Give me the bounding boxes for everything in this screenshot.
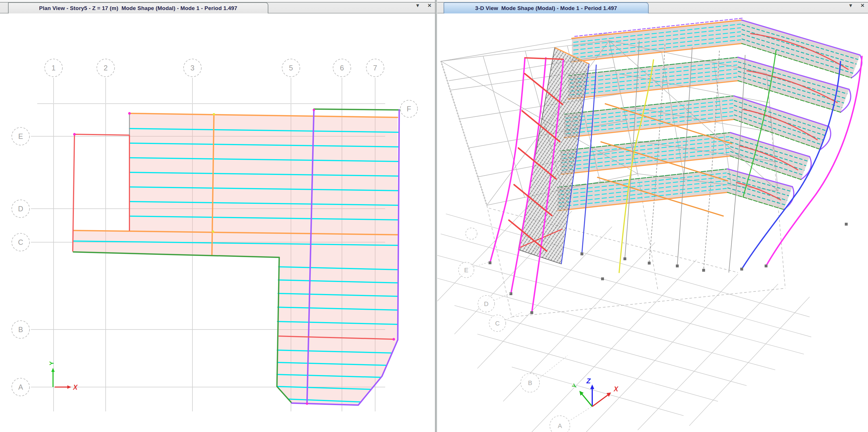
threed-y-axis-label: Y xyxy=(570,382,578,390)
grid-label-B: B xyxy=(18,326,23,334)
chevron-down-icon[interactable]: ▼ xyxy=(848,3,853,8)
plan-x-axis-label: X xyxy=(72,383,78,391)
grid-label-F: F xyxy=(407,105,411,113)
threed-view-tab[interactable]: 3-D View Mode Shape (Modal) - Mode 1 - P… xyxy=(443,2,649,13)
bubble-label-B: B xyxy=(528,379,532,387)
threed-x-axis-label: X xyxy=(613,385,619,393)
close-icon[interactable]: ✕ xyxy=(428,3,432,8)
threed-view-pane: 3-D View Mode Shape (Modal) - Mode 1 - P… xyxy=(437,0,868,432)
grid-label-7: 7 xyxy=(373,64,377,72)
grid-label-1: 1 xyxy=(52,64,56,72)
grid-label-D: D xyxy=(18,205,23,213)
grid-label-5: 5 xyxy=(289,64,293,72)
threed-view-body: E D C B A Z Y X xyxy=(437,13,868,432)
plan-y-axis-label: Y xyxy=(48,361,55,365)
bubble-label-C: C xyxy=(495,320,500,327)
threed-axis-origin: Z Y X xyxy=(570,377,619,406)
grid-label-6: 6 xyxy=(340,64,344,72)
plan-view-pane: Plan View - Story5 - Z = 17 (m) Mode Sha… xyxy=(0,0,435,432)
grid-label-E: E xyxy=(18,132,23,140)
plan-axis-origin: Y X xyxy=(48,361,78,391)
plan-view-title: Plan View - Story5 - Z = 17 (m) Mode Sha… xyxy=(39,5,238,11)
threed-view-canvas[interactable]: E D C B A Z Y X xyxy=(437,13,868,432)
bubble-label-D: D xyxy=(484,300,489,307)
grid-label-A: A xyxy=(18,383,23,391)
chevron-down-icon[interactable]: ▼ xyxy=(415,3,420,8)
etabs-window: Plan View - Story5 - Z = 17 (m) Mode Sha… xyxy=(0,0,868,432)
close-icon[interactable]: ✕ xyxy=(861,3,865,8)
slab-fill xyxy=(73,113,398,405)
plan-view-tab[interactable]: Plan View - Story5 - Z = 17 (m) Mode Sha… xyxy=(8,2,268,13)
grid-label-3: 3 xyxy=(190,64,194,72)
grid-label-2: 2 xyxy=(104,64,108,72)
plan-view-tabbar: Plan View - Story5 - Z = 17 (m) Mode Sha… xyxy=(0,0,435,13)
threed-view-tabbar: 3-D View Mode Shape (Modal) - Mode 1 - P… xyxy=(437,0,868,13)
threed-view-title: 3-D View Mode Shape (Modal) - Mode 1 - P… xyxy=(475,5,617,11)
plan-view-body: 1 2 3 5 6 7 E D C B A F Y X xyxy=(0,13,435,432)
grid-label-C: C xyxy=(18,238,23,246)
threed-z-axis-label: Z xyxy=(586,377,591,385)
bubble-label-A: A xyxy=(558,422,562,429)
bubble-label-E: E xyxy=(464,267,468,274)
plan-view-canvas[interactable]: 1 2 3 5 6 7 E D C B A F Y X xyxy=(0,13,436,432)
